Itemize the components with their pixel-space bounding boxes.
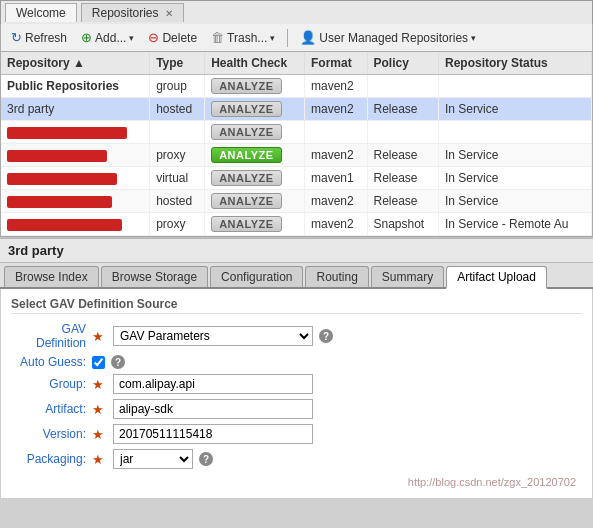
watermark: http://blog.csdn.net/zgx_20120702 (11, 474, 582, 490)
repo-name-cell: 3rd party (1, 98, 150, 121)
repo-format-cell: maven2 (305, 213, 367, 236)
artifact-required-star: ★ (92, 402, 104, 417)
table-row[interactable]: proxyANALYZEmaven2SnapshotIn Service - R… (1, 213, 592, 236)
panel-content: Select GAV Definition Source GAV Definit… (0, 289, 593, 499)
delete-button[interactable]: ⊖ Delete (144, 28, 201, 47)
auto-guess-checkbox[interactable] (92, 356, 105, 369)
trash-dropdown-icon: ▾ (270, 33, 275, 43)
repo-format-cell: maven2 (305, 190, 367, 213)
table-row[interactable]: proxyANALYZEmaven2ReleaseIn Service (1, 144, 592, 167)
bottom-tab-configuration[interactable]: Configuration (210, 266, 303, 287)
refresh-button[interactable]: ↻ Refresh (7, 28, 71, 47)
packaging-select[interactable]: jarwarpomear (113, 449, 193, 469)
trash-icon: 🗑 (211, 30, 224, 45)
col-header-healthcheck: Health Check (205, 52, 305, 75)
table-row[interactable]: virtualANALYZEmaven1ReleaseIn Service (1, 167, 592, 190)
repo-status-cell (438, 121, 591, 144)
group-required-star: ★ (92, 377, 104, 392)
repo-type-cell: virtual (150, 167, 205, 190)
packaging-help-icon[interactable]: ? (199, 452, 213, 466)
version-row: Version: ★ (11, 424, 582, 444)
version-label: Version: (11, 427, 86, 441)
trash-button[interactable]: 🗑 Trash... ▾ (207, 28, 279, 47)
version-input[interactable] (113, 424, 313, 444)
analyze-button[interactable]: ANALYZE (211, 170, 281, 186)
redacted-name (7, 219, 122, 231)
col-header-status: Repository Status (438, 52, 591, 75)
repo-policy-cell (367, 75, 438, 98)
repository-table-container: Repository ▲ Type Health Check Format Po… (0, 52, 593, 237)
gav-help-icon[interactable]: ? (319, 329, 333, 343)
analyze-button[interactable]: ANALYZE (211, 193, 281, 209)
repo-status-cell: In Service (438, 167, 591, 190)
repo-status-cell: In Service - Remote Au (438, 213, 591, 236)
group-label: Group: (11, 377, 86, 391)
repo-policy-cell: Release (367, 190, 438, 213)
user-dropdown-icon: ▾ (471, 33, 476, 43)
repo-healthcheck-cell: ANALYZE (205, 167, 305, 190)
delete-icon: ⊖ (148, 30, 159, 45)
bottom-tab-routing[interactable]: Routing (305, 266, 368, 287)
tab-repositories[interactable]: Repositories ✕ (81, 3, 184, 22)
repo-status-cell: In Service (438, 144, 591, 167)
artifact-label: Artifact: (11, 402, 86, 416)
bottom-tab-browse-storage[interactable]: Browse Storage (101, 266, 208, 287)
version-required-star: ★ (92, 427, 104, 442)
toolbar: ↻ Refresh ⊕ Add... ▾ ⊖ Delete 🗑 Trash...… (0, 24, 593, 52)
add-icon: ⊕ (81, 30, 92, 45)
table-row[interactable]: ANALYZE (1, 121, 592, 144)
repo-policy-cell: Release (367, 167, 438, 190)
redacted-name (7, 196, 112, 208)
repo-type-cell: hosted (150, 190, 205, 213)
add-button[interactable]: ⊕ Add... ▾ (77, 28, 138, 47)
auto-guess-help-icon[interactable]: ? (111, 355, 125, 369)
user-managed-button[interactable]: 👤 User Managed Repositories ▾ (296, 28, 480, 47)
repo-type-cell: hosted (150, 98, 205, 121)
auto-guess-label: Auto Guess: (11, 355, 86, 369)
tab-welcome[interactable]: Welcome (5, 3, 77, 22)
repo-format-cell: maven2 (305, 144, 367, 167)
repo-healthcheck-cell: ANALYZE (205, 75, 305, 98)
auto-guess-row: Auto Guess: ? (11, 355, 582, 369)
repo-policy-cell: Release (367, 144, 438, 167)
repo-healthcheck-cell: ANALYZE (205, 213, 305, 236)
repo-format-cell (305, 121, 367, 144)
table-row[interactable]: 3rd partyhostedANALYZEmaven2ReleaseIn Se… (1, 98, 592, 121)
repo-healthcheck-cell: ANALYZE (205, 144, 305, 167)
table-row[interactable]: hostedANALYZEmaven2ReleaseIn Service (1, 190, 592, 213)
artifact-input[interactable] (113, 399, 313, 419)
repo-type-cell: proxy (150, 144, 205, 167)
packaging-label: Packaging: (11, 452, 86, 466)
repo-status-cell: In Service (438, 190, 591, 213)
repository-table: Repository ▲ Type Health Check Format Po… (1, 52, 592, 236)
col-header-repository[interactable]: Repository ▲ (1, 52, 150, 75)
analyze-button[interactable]: ANALYZE (211, 78, 281, 94)
repo-type-cell (150, 121, 205, 144)
add-dropdown-icon: ▾ (129, 33, 134, 43)
repo-type-cell: group (150, 75, 205, 98)
col-header-type: Type (150, 52, 205, 75)
bottom-tab-summary[interactable]: Summary (371, 266, 444, 287)
repo-policy-cell (367, 121, 438, 144)
redacted-name (7, 173, 117, 185)
repo-format-cell: maven1 (305, 167, 367, 190)
table-row[interactable]: Public RepositoriesgroupANALYZEmaven2 (1, 75, 592, 98)
bottom-tab-browse-index[interactable]: Browse Index (4, 266, 99, 287)
panel-section-title: Select GAV Definition Source (11, 297, 582, 314)
analyze-button[interactable]: ANALYZE (211, 101, 281, 117)
repo-healthcheck-cell: ANALYZE (205, 98, 305, 121)
group-input[interactable] (113, 374, 313, 394)
bottom-tab-artifact-upload[interactable]: Artifact Upload (446, 266, 547, 289)
close-tab-icon[interactable]: ✕ (165, 8, 173, 19)
window-tab-bar: Welcome Repositories ✕ (0, 0, 593, 24)
analyze-button[interactable]: ANALYZE (211, 216, 281, 232)
repo-name-cell: Public Repositories (1, 75, 150, 98)
repo-status-cell (438, 75, 591, 98)
analyze-button[interactable]: ANALYZE (211, 147, 281, 163)
repo-policy-cell: Release (367, 98, 438, 121)
repo-status-cell: In Service (438, 98, 591, 121)
analyze-button[interactable]: ANALYZE (211, 124, 281, 140)
gav-definition-row: GAV Definition ★ GAV ParametersPOM File … (11, 322, 582, 350)
gav-definition-select[interactable]: GAV ParametersPOM File (113, 326, 313, 346)
group-row: Group: ★ (11, 374, 582, 394)
